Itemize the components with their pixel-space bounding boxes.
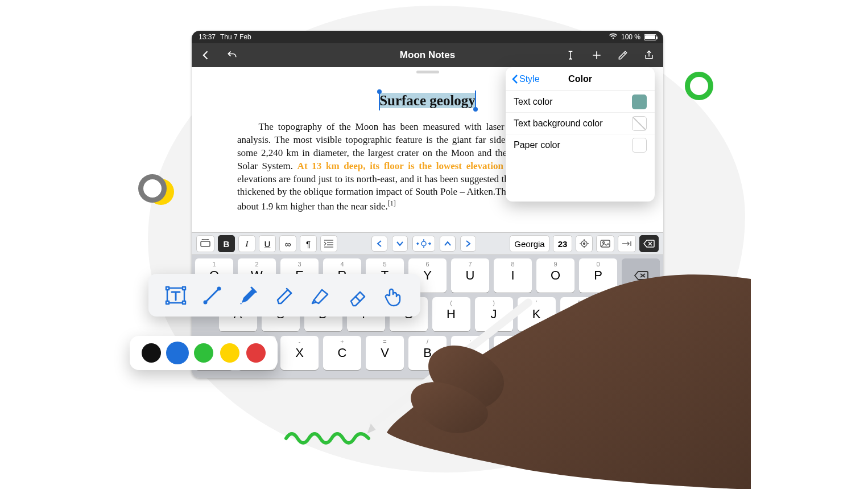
font-select[interactable]: Georgia (510, 235, 549, 252)
svg-line-35 (356, 297, 360, 301)
gesture-tool[interactable] (379, 282, 407, 309)
paper-swatch (632, 138, 647, 153)
shift-key-right[interactable] (622, 336, 660, 370)
underline-button[interactable]: U (259, 235, 276, 252)
font-size[interactable]: 23 (553, 235, 572, 252)
row-text-bg-label: Text background color (514, 118, 603, 129)
cursor-nav-group (371, 236, 476, 252)
svg-rect-28 (183, 287, 185, 290)
row-paper-label: Paper color (514, 140, 560, 150)
color-green[interactable] (194, 343, 213, 363)
key-L[interactable]: "L (560, 297, 598, 331)
color-swatch-bar (130, 336, 278, 370)
bold-button[interactable]: B (218, 235, 235, 252)
key-K[interactable]: 'K (518, 297, 556, 331)
row-paper-color[interactable]: Paper color (506, 134, 655, 156)
pencil-tool[interactable] (271, 282, 298, 309)
status-time: 13:37 (199, 33, 216, 41)
delete-word-button[interactable] (639, 235, 659, 252)
drawing-tool-palette (148, 274, 420, 317)
style-settings-button[interactable] (576, 235, 593, 252)
return-key[interactable] (603, 297, 660, 331)
key-.[interactable]: ?. (579, 336, 617, 370)
ipad-screen: 13:37 Thu 7 Feb 100 % Moon Notes (192, 31, 663, 378)
share-button[interactable] (643, 49, 655, 61)
svg-point-32 (204, 301, 206, 303)
sheet-grabber[interactable] (416, 71, 439, 73)
text-tool-button[interactable] (564, 49, 577, 61)
line-tool[interactable] (199, 282, 226, 309)
link-button[interactable]: ∞ (279, 235, 296, 252)
pen-tool[interactable] (234, 282, 262, 309)
cursor-right-button[interactable] (460, 236, 476, 252)
cursor-up-button[interactable] (440, 236, 456, 252)
decor-ring-gray (138, 174, 167, 203)
status-date: Thu 7 Feb (220, 33, 251, 41)
status-bar: 13:37 Thu 7 Feb 100 % (192, 31, 663, 43)
color-popover: Style Color Text color Text background c… (506, 67, 655, 202)
key-B[interactable]: /B (408, 336, 447, 370)
italic-button[interactable]: I (238, 235, 255, 252)
battery-icon (644, 34, 656, 40)
decor-ring-green (685, 72, 713, 100)
color-yellow[interactable] (220, 343, 239, 363)
nav-bar: Moon Notes (192, 43, 663, 67)
svg-rect-2 (201, 241, 210, 246)
citation: [1] (388, 199, 396, 207)
indent-button[interactable] (320, 235, 337, 252)
key-V[interactable]: =V (366, 336, 404, 370)
key-H[interactable]: (H (432, 297, 470, 331)
key-O[interactable]: 9O (536, 258, 574, 293)
add-button[interactable] (590, 49, 603, 61)
key-P[interactable]: 0P (579, 258, 617, 293)
svg-point-18 (603, 242, 605, 244)
text-color-swatch (632, 94, 647, 109)
color-blue[interactable] (168, 343, 187, 363)
svg-rect-30 (183, 301, 185, 304)
heading-selected[interactable]: Surface geology (379, 91, 476, 110)
popover-back-label: Style (519, 74, 540, 84)
svg-point-12 (584, 243, 585, 245)
svg-line-31 (205, 289, 219, 302)
cursor-left-button[interactable] (371, 236, 387, 252)
row-text-color[interactable]: Text color (506, 91, 655, 113)
key-M[interactable]: :M (494, 336, 532, 370)
cursor-down-button[interactable] (392, 236, 408, 252)
backspace-key[interactable] (622, 258, 660, 293)
key-X[interactable]: -X (280, 336, 319, 370)
key-C[interactable]: +C (323, 336, 361, 370)
undo-button[interactable] (226, 49, 238, 61)
text-bg-swatch (632, 116, 647, 131)
key-N[interactable]: ;N (451, 336, 489, 370)
key-J[interactable]: )J (475, 297, 513, 331)
tab-button[interactable] (618, 235, 636, 252)
color-black[interactable] (142, 343, 161, 363)
key-I[interactable]: 8I (494, 258, 532, 293)
key-,[interactable]: !, (536, 336, 574, 370)
popover-back-button[interactable]: Style (511, 74, 540, 84)
row-text-color-label: Text color (514, 97, 552, 107)
color-red[interactable] (246, 343, 266, 363)
eraser-tool[interactable] (343, 282, 370, 309)
svg-point-8 (421, 241, 426, 246)
dictation-button[interactable] (423, 377, 432, 378)
paragraph-button[interactable]: ¶ (300, 235, 317, 252)
svg-point-33 (218, 287, 220, 290)
key-U[interactable]: 7U (451, 258, 489, 293)
drawn-stroke (283, 428, 374, 445)
keyboard-toggle-button[interactable] (196, 235, 214, 252)
image-button[interactable] (596, 235, 614, 252)
highlighter-tool[interactable] (307, 282, 334, 309)
format-toolbar: B I U ∞ ¶ Georgia 23 (192, 232, 663, 255)
cursor-center-button[interactable] (412, 236, 435, 252)
svg-rect-27 (166, 287, 169, 290)
heading-text: Surface geology (379, 93, 476, 108)
settings-button[interactable] (617, 49, 629, 61)
popover-title: Color (568, 74, 592, 84)
svg-rect-25 (426, 377, 429, 378)
text-box-tool[interactable] (162, 282, 189, 309)
svg-rect-29 (166, 301, 169, 304)
row-text-bg-color[interactable]: Text background color (506, 113, 655, 134)
wifi-icon (609, 33, 618, 42)
back-button[interactable] (200, 49, 212, 61)
